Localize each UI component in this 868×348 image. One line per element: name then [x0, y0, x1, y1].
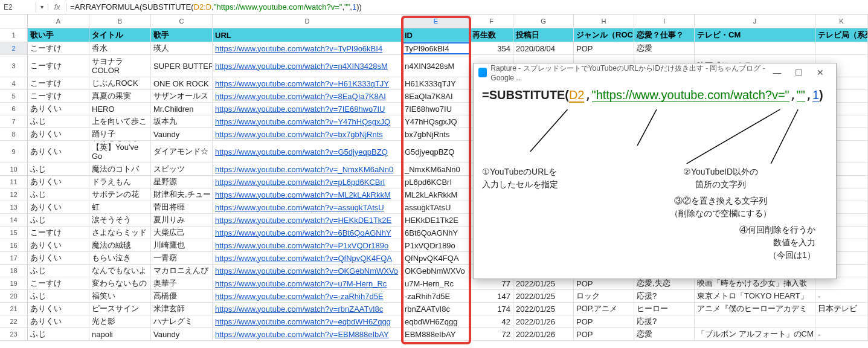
header-cell[interactable]: タイトル: [89, 28, 151, 42]
cell[interactable]: サヨナラCOLOR: [89, 55, 151, 77]
col-header-H[interactable]: H: [574, 14, 634, 28]
cell[interactable]: 応援?: [634, 315, 695, 327]
cell[interactable]: SUPER BUTTER: [151, 55, 213, 77]
cell[interactable]: POP: [574, 42, 634, 54]
cell[interactable]: こーすけ: [28, 42, 89, 54]
cell[interactable]: [695, 315, 815, 327]
cell[interactable]: [815, 42, 868, 54]
cell[interactable]: bx7gbNjRnts: [402, 128, 470, 140]
cell[interactable]: 真夏の果実: [89, 90, 151, 102]
cell[interactable]: 高橋優: [151, 290, 213, 302]
cell[interactable]: https://www.youtube.com/watch?v=-zaRhih7…: [213, 290, 402, 302]
cell[interactable]: https://www.youtube.com/watch?v=8EaQIa7K…: [213, 90, 402, 102]
window-titlebar[interactable]: Rapture - スプレッドシートでYouTubeのURLからIDだけ抜き出す…: [474, 63, 836, 82]
row-number[interactable]: 21: [0, 303, 28, 315]
cell[interactable]: もらい泣き: [89, 252, 151, 264]
cell[interactable]: ピースサイン: [89, 303, 151, 315]
row-number[interactable]: 6: [0, 103, 28, 115]
cell[interactable]: https://www.youtube.com/watch?v=H61K333q…: [213, 77, 402, 89]
row-number[interactable]: 23: [0, 328, 28, 340]
cell[interactable]: ドラえもん: [89, 176, 151, 188]
cell[interactable]: ありくい: [28, 303, 89, 315]
cell[interactable]: 涙そうそう: [89, 214, 151, 226]
cell[interactable]: napoli: [89, 328, 151, 340]
cell[interactable]: 香水: [89, 42, 151, 54]
cell[interactable]: 174: [470, 303, 513, 315]
header-cell[interactable]: 歌手: [151, 28, 213, 42]
col-header-I[interactable]: I: [634, 14, 695, 28]
header-cell[interactable]: テレビ局（系列）: [815, 28, 868, 42]
col-header-F[interactable]: F: [470, 14, 513, 28]
row-number[interactable]: 19: [0, 277, 28, 289]
cell[interactable]: 東京メトロ「TOKYO HEART」: [695, 290, 815, 302]
cell[interactable]: -: [815, 328, 868, 340]
cell[interactable]: なんでもないよ: [89, 265, 151, 277]
cell[interactable]: 2022/01/26: [513, 315, 574, 327]
cell[interactable]: 147: [470, 290, 513, 302]
row-number[interactable]: 1: [0, 28, 28, 42]
cell[interactable]: ヒーロー: [634, 303, 695, 315]
cell[interactable]: サボテンの花: [89, 188, 151, 201]
cell[interactable]: 応援?: [634, 290, 695, 302]
cell[interactable]: 「ブルボン アルフォート」のCM: [695, 328, 815, 340]
cell[interactable]: pL6pd6KCBrI: [402, 176, 470, 188]
header-cell[interactable]: 再生数: [470, 28, 513, 42]
cell[interactable]: 夏川りみ: [151, 214, 213, 226]
cell[interactable]: ダイアモンド☆: [151, 141, 213, 163]
cell[interactable]: ふじ: [28, 214, 89, 226]
row-number[interactable]: 5: [0, 90, 28, 102]
cell[interactable]: https://www.youtube.com/watch?v=Y47hHQsg…: [213, 115, 402, 127]
cell[interactable]: ふじ: [28, 290, 89, 302]
cell[interactable]: https://www.youtube.com/watch?v=TyPI9o6k…: [213, 42, 402, 54]
cell[interactable]: https://www.youtube.com/watch?v=7IE68hwo…: [213, 103, 402, 115]
cell[interactable]: rbnZAATvI8c: [402, 303, 470, 315]
cell[interactable]: [815, 315, 868, 327]
cell[interactable]: HEKkDE1Tk2E: [402, 214, 470, 226]
cell[interactable]: assugkTAtsU: [402, 201, 470, 213]
cell[interactable]: POP: [574, 328, 634, 340]
cell[interactable]: 2022/01/25: [513, 290, 574, 302]
cell[interactable]: 一青窈: [151, 252, 213, 264]
cell[interactable]: https://www.youtube.com/watch?v=u7M-Hern…: [213, 277, 402, 289]
cell[interactable]: https://www.youtube.com/watch?v=n4XIN342…: [213, 55, 402, 77]
cell[interactable]: [815, 277, 868, 289]
cell[interactable]: https://www.youtube.com/watch?v=_NmxKM6a…: [213, 163, 402, 175]
row-number[interactable]: 15: [0, 227, 28, 239]
cell[interactable]: ありくい: [28, 252, 89, 264]
cell[interactable]: Mr.Children: [151, 103, 213, 115]
cell[interactable]: ありくい: [28, 315, 89, 327]
cell[interactable]: 2022/01/25: [513, 303, 574, 315]
row-number[interactable]: 2: [0, 42, 28, 54]
cell[interactable]: ありくい: [28, 201, 89, 213]
cell[interactable]: さよならミッド: [89, 227, 151, 239]
cell[interactable]: こーすけ: [28, 55, 89, 77]
col-header-B[interactable]: B: [89, 14, 151, 28]
cell[interactable]: https://www.youtube.com/watch?v=pL6pd6KC…: [213, 176, 402, 188]
cell[interactable]: ふじ: [28, 163, 89, 175]
cell[interactable]: u7M-Hern_Rc: [402, 277, 470, 289]
cell[interactable]: 魔法の絨毯: [89, 239, 151, 251]
cell[interactable]: 恋愛: [634, 328, 695, 340]
cell[interactable]: 福笑い: [89, 290, 151, 302]
cell[interactable]: ふじ: [28, 188, 89, 201]
cell[interactable]: 恋愛: [634, 42, 695, 54]
cell[interactable]: じぶんROCK: [89, 77, 151, 89]
cell[interactable]: POP,アニメ: [574, 303, 634, 315]
cell[interactable]: https://www.youtube.com/watch?v=P1xVQDr1…: [213, 239, 402, 251]
cell[interactable]: マカロニえんぴ: [151, 265, 213, 277]
cell[interactable]: 映画「時をかける少女」挿入歌: [695, 277, 815, 289]
header-cell[interactable]: テレビ・CM: [695, 28, 815, 42]
col-header-D[interactable]: D: [213, 14, 402, 28]
cell[interactable]: ありくい: [28, 239, 89, 251]
formula-input[interactable]: =ARRAYFORMULA(SUBSTITUTE(D2:D,"https://w…: [66, 1, 868, 13]
row-number[interactable]: 10: [0, 163, 28, 175]
cell[interactable]: ありくい: [28, 103, 89, 115]
row-number[interactable]: 16: [0, 239, 28, 251]
cell[interactable]: https://www.youtube.com/watch?v=ML2kLAkR…: [213, 188, 402, 201]
row-number[interactable]: 13: [0, 201, 28, 213]
cell[interactable]: https://www.youtube.com/watch?v=OKGebNmW…: [213, 265, 402, 277]
cell[interactable]: https://www.youtube.com/watch?v=assugkTA…: [213, 201, 402, 213]
cell[interactable]: OKGebNmWXVo: [402, 265, 470, 277]
cell[interactable]: 光と影: [89, 315, 151, 327]
cell[interactable]: ふじ: [28, 328, 89, 340]
